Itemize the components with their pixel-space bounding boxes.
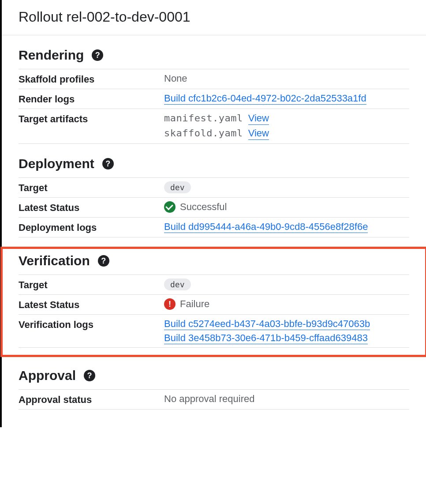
failure-icon: !	[164, 298, 176, 310]
help-icon[interactable]: ?	[92, 49, 103, 61]
deployment-title: Deployment	[19, 156, 94, 171]
artifact-view-link[interactable]: View	[248, 128, 269, 140]
render-logs-label: Render logs	[19, 93, 164, 105]
page-title: Rollout rel-002-to-dev-0001	[19, 9, 409, 35]
section-rendering: Rendering ? Skaffold profiles None Rende…	[19, 35, 409, 144]
target-artifacts-label: Target artifacts	[19, 113, 164, 125]
artifact-filename: skaffold.yaml	[164, 128, 243, 139]
row-skaffold-profiles: Skaffold profiles None	[19, 69, 409, 89]
row-target-artifacts: Target artifacts manifest.yaml View skaf…	[19, 109, 409, 144]
help-icon[interactable]: ?	[102, 158, 114, 169]
approval-title: Approval	[19, 368, 76, 383]
section-deployment: Deployment ? Target dev Latest Status Su…	[19, 144, 409, 237]
deployment-target-label: Target	[19, 181, 164, 194]
section-approval: Approval ? Approval status No approval r…	[19, 361, 409, 410]
row-render-logs: Render logs Build cfc1b2c6-04ed-4972-b02…	[19, 89, 409, 109]
target-chip: dev	[164, 181, 191, 193]
deployment-status-label: Latest Status	[19, 201, 164, 214]
target-chip: dev	[164, 278, 191, 290]
help-icon[interactable]: ?	[98, 255, 109, 267]
approval-status-value: No approval required	[164, 393, 254, 404]
verification-status-value: Failure	[180, 298, 209, 310]
verification-logs-label: Verification logs	[19, 318, 164, 331]
verification-target-label: Target	[19, 278, 164, 291]
artifact-line: skaffold.yaml View	[164, 128, 409, 140]
row-deployment-status: Latest Status Successful	[19, 197, 409, 217]
artifact-filename: manifest.yaml	[164, 113, 243, 124]
deployment-logs-label: Deployment logs	[19, 221, 164, 233]
row-verification-target: Target dev	[19, 275, 409, 294]
help-icon[interactable]: ?	[84, 370, 95, 381]
row-verification-status: Latest Status ! Failure	[19, 294, 409, 314]
deployment-status-value: Successful	[180, 201, 227, 213]
skaffold-profiles-label: Skaffold profiles	[19, 73, 164, 85]
success-icon	[164, 201, 176, 213]
rendering-title: Rendering	[19, 48, 84, 63]
verification-status-label: Latest Status	[19, 298, 164, 311]
row-deployment-logs: Deployment logs Build dd995444-a46a-49b0…	[19, 217, 409, 237]
row-verification-logs: Verification logs Build c5274eed-b437-4a…	[19, 314, 409, 348]
render-logs-link[interactable]: Build cfc1b2c6-04ed-4972-b02c-2da52533a1…	[164, 93, 366, 105]
row-approval-status: Approval status No approval required	[19, 389, 409, 410]
row-deployment-target: Target dev	[19, 177, 409, 197]
verification-log-link[interactable]: Build c5274eed-b437-4a03-bbfe-b93d9c4706…	[164, 318, 370, 330]
section-verification: Verification ? Target dev Latest Status …	[2, 248, 426, 356]
verification-log-link[interactable]: Build 3e458b73-30e6-471b-b459-cffaad6394…	[164, 332, 368, 344]
deployment-logs-link[interactable]: Build dd995444-a46a-49b0-9cd8-4556e8f28f…	[164, 221, 368, 233]
skaffold-profiles-value: None	[164, 73, 187, 84]
verification-title: Verification	[19, 253, 90, 268]
artifact-view-link[interactable]: View	[248, 113, 269, 125]
approval-status-label: Approval status	[19, 393, 164, 406]
artifact-line: manifest.yaml View	[164, 113, 409, 125]
